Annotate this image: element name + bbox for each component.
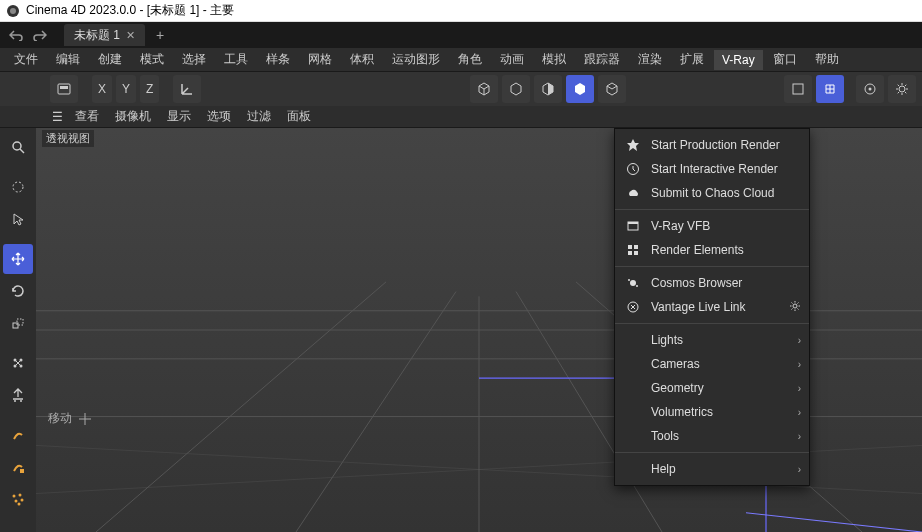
search-tool[interactable] bbox=[3, 132, 33, 162]
new-tab-button[interactable]: + bbox=[149, 24, 171, 46]
svg-point-9 bbox=[13, 182, 23, 192]
paint-b-tool[interactable] bbox=[3, 452, 33, 482]
vray-render-elements[interactable]: Render Elements bbox=[615, 238, 809, 262]
cosmos-icon bbox=[625, 275, 641, 291]
rotate-tool[interactable] bbox=[3, 276, 33, 306]
vray-help-submenu[interactable]: Help› bbox=[615, 457, 809, 481]
document-tabbar: 未标题 1 ✕ + bbox=[0, 22, 922, 48]
chevron-right-icon: › bbox=[798, 383, 801, 394]
cube-outline-button[interactable] bbox=[502, 75, 530, 103]
main-toolbar: X Y Z bbox=[0, 72, 922, 106]
redo-button[interactable] bbox=[30, 26, 50, 44]
svg-rect-45 bbox=[634, 251, 638, 255]
chevron-right-icon: › bbox=[798, 464, 801, 475]
vray-volumetrics-submenu[interactable]: Volumetrics› bbox=[615, 400, 809, 424]
cube-extra-button[interactable] bbox=[598, 75, 626, 103]
menu-help[interactable]: 帮助 bbox=[807, 48, 847, 71]
vray-cosmos-browser[interactable]: Cosmos Browser bbox=[615, 271, 809, 295]
menu-create[interactable]: 创建 bbox=[90, 48, 130, 71]
place-tool[interactable] bbox=[3, 380, 33, 410]
vray-start-interactive-render[interactable]: Start Interactive Render bbox=[615, 157, 809, 181]
svg-point-1 bbox=[10, 8, 16, 14]
brush-a-tool[interactable] bbox=[3, 348, 33, 378]
menu-mesh[interactable]: 网格 bbox=[300, 48, 340, 71]
view-menu-cameras[interactable]: 摄像机 bbox=[108, 106, 158, 127]
menu-select[interactable]: 选择 bbox=[174, 48, 214, 71]
viewport-menubar: ☰ 查看 摄像机 显示 选项 过滤 面板 bbox=[0, 106, 922, 128]
cube-solid-button[interactable] bbox=[566, 75, 594, 103]
menu-character[interactable]: 角色 bbox=[450, 48, 490, 71]
vray-geometry-submenu[interactable]: Geometry› bbox=[615, 376, 809, 400]
dropdown-separator bbox=[615, 266, 809, 267]
vray-vfb[interactable]: V-Ray VFB bbox=[615, 214, 809, 238]
viewport-hamburger-icon[interactable]: ☰ bbox=[48, 110, 66, 124]
cloud-icon bbox=[625, 185, 641, 201]
vray-vantage-live-link[interactable]: Vantage Live Link bbox=[615, 295, 809, 319]
vray-tools-submenu[interactable]: Tools› bbox=[615, 424, 809, 448]
menu-window[interactable]: 窗口 bbox=[765, 48, 805, 71]
vray-cameras-submenu[interactable]: Cameras› bbox=[615, 352, 809, 376]
axis-x-button[interactable]: X bbox=[92, 75, 112, 103]
scale-tool[interactable] bbox=[3, 308, 33, 338]
move-tool[interactable] bbox=[3, 244, 33, 274]
menu-volume[interactable]: 体积 bbox=[342, 48, 382, 71]
cursor-tool[interactable] bbox=[3, 204, 33, 234]
svg-rect-44 bbox=[628, 251, 632, 255]
undo-button[interactable] bbox=[6, 26, 26, 44]
svg-point-20 bbox=[19, 494, 22, 497]
view-menu-display[interactable]: 显示 bbox=[160, 106, 198, 127]
svg-point-22 bbox=[21, 499, 24, 502]
menu-mograph[interactable]: 运动图形 bbox=[384, 48, 448, 71]
close-icon[interactable]: ✕ bbox=[126, 29, 135, 42]
svg-point-50 bbox=[793, 304, 797, 308]
perspective-viewport[interactable]: 透视视图 移动 Start Production Render Start In… bbox=[36, 128, 922, 532]
gear-icon[interactable] bbox=[789, 300, 801, 315]
view-menu-view[interactable]: 查看 bbox=[68, 106, 106, 127]
menu-tools[interactable]: 工具 bbox=[216, 48, 256, 71]
cube-wire-button[interactable] bbox=[470, 75, 498, 103]
menu-tracker[interactable]: 跟踪器 bbox=[576, 48, 628, 71]
render-settings-small-button[interactable] bbox=[784, 75, 812, 103]
menu-animate[interactable]: 动画 bbox=[492, 48, 532, 71]
svg-rect-4 bbox=[793, 84, 803, 94]
svg-point-47 bbox=[628, 279, 630, 281]
menu-edit[interactable]: 编辑 bbox=[48, 48, 88, 71]
cube-half-button[interactable] bbox=[534, 75, 562, 103]
vfb-icon bbox=[625, 218, 641, 234]
menu-vray[interactable]: V-Ray bbox=[714, 50, 763, 70]
document-tab[interactable]: 未标题 1 ✕ bbox=[64, 24, 145, 46]
left-toolbar bbox=[0, 128, 36, 532]
paint-a-tool[interactable] bbox=[3, 420, 33, 450]
live-select-tool[interactable] bbox=[3, 172, 33, 202]
scatter-tool[interactable] bbox=[3, 484, 33, 514]
vray-start-production-render[interactable]: Start Production Render bbox=[615, 133, 809, 157]
vray-lights-submenu[interactable]: Lights› bbox=[615, 328, 809, 352]
menu-file[interactable]: 文件 bbox=[6, 48, 46, 71]
svg-point-7 bbox=[899, 86, 905, 92]
chevron-right-icon: › bbox=[798, 335, 801, 346]
coordinate-system-button[interactable] bbox=[173, 75, 201, 103]
svg-rect-42 bbox=[628, 245, 632, 249]
axis-y-button[interactable]: Y bbox=[116, 75, 136, 103]
view-menu-filter[interactable]: 过滤 bbox=[240, 106, 278, 127]
axis-z-button[interactable]: Z bbox=[140, 75, 159, 103]
screen-layout-button[interactable] bbox=[50, 75, 78, 103]
dropdown-separator bbox=[615, 209, 809, 210]
menu-render[interactable]: 渲染 bbox=[630, 48, 670, 71]
menu-mode[interactable]: 模式 bbox=[132, 48, 172, 71]
menu-spline[interactable]: 样条 bbox=[258, 48, 298, 71]
svg-point-17 bbox=[20, 400, 22, 402]
gear-button[interactable] bbox=[888, 75, 916, 103]
render-icon bbox=[625, 137, 641, 153]
menu-extensions[interactable]: 扩展 bbox=[672, 48, 712, 71]
view-menu-options[interactable]: 选项 bbox=[200, 106, 238, 127]
view-menu-panel[interactable]: 面板 bbox=[280, 106, 318, 127]
target-button[interactable] bbox=[856, 75, 884, 103]
vray-submit-chaos-cloud[interactable]: Submit to Chaos Cloud bbox=[615, 181, 809, 205]
menu-simulate[interactable]: 模拟 bbox=[534, 48, 574, 71]
svg-point-8 bbox=[13, 142, 21, 150]
snap-button[interactable] bbox=[816, 75, 844, 103]
window-titlebar: Cinema 4D 2023.0.0 - [未标题 1] - 主要 bbox=[0, 0, 922, 22]
svg-point-6 bbox=[869, 88, 872, 91]
elements-icon bbox=[625, 242, 641, 258]
